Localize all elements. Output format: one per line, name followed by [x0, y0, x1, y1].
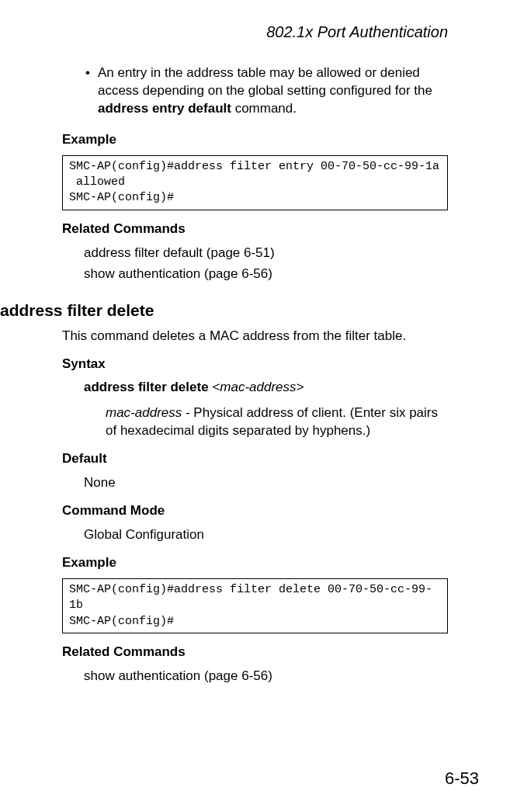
- related-commands-list-2: show authentication (page 6-56): [47, 668, 448, 685]
- default-value: None: [84, 474, 448, 492]
- page-header-title: 802.1x Port Authentication: [0, 23, 479, 41]
- related-commands-label-2: Related Commands: [62, 644, 448, 660]
- default-label: Default: [62, 451, 448, 467]
- command-mode-value: Global Configuration: [84, 526, 448, 544]
- command-mode-label: Command Mode: [62, 503, 448, 519]
- syntax-line: address filter delete <mac-address>: [84, 380, 448, 395]
- example-label-2: Example: [62, 555, 448, 571]
- param-name: mac-address: [106, 405, 182, 420]
- page-number: 6-53: [445, 769, 479, 789]
- related-commands-list-1: address filter default (page 6-51) show …: [47, 245, 448, 283]
- related-command-item: show authentication (page 6-56): [84, 265, 448, 283]
- syntax-command: address filter delete: [84, 380, 212, 394]
- parameter-description: mac-address - Physical address of client…: [106, 404, 448, 440]
- syntax-label: Syntax: [62, 356, 448, 372]
- page-content: • An entry in the address table may be a…: [0, 64, 479, 685]
- command-title: address filter delete: [0, 301, 448, 320]
- syntax-param: <mac-address>: [212, 380, 304, 394]
- related-commands-label-1: Related Commands: [62, 221, 448, 237]
- bullet-list-item: • An entry in the address table may be a…: [85, 64, 448, 118]
- code-example-1: SMC-AP(config)#address filter entry 00-7…: [62, 155, 448, 210]
- bullet-text-part2: command.: [231, 101, 297, 116]
- example-label-1: Example: [62, 132, 448, 147]
- bullet-text: An entry in the address table may be all…: [98, 64, 448, 118]
- command-description: This command deletes a MAC address from …: [62, 328, 448, 345]
- bullet-text-part1: An entry in the address table may be all…: [98, 65, 432, 98]
- bullet-text-bold: address entry default: [98, 101, 231, 116]
- bullet-icon: •: [85, 64, 90, 118]
- code-example-2: SMC-AP(config)#address filter delete 00-…: [62, 578, 448, 633]
- related-command-item: address filter default (page 6-51): [84, 245, 448, 262]
- related-command-item: show authentication (page 6-56): [84, 668, 448, 685]
